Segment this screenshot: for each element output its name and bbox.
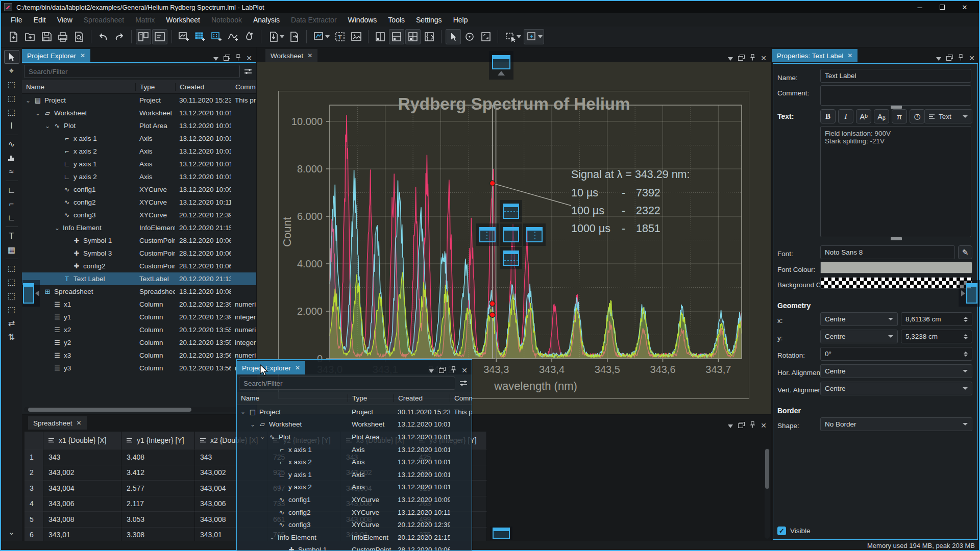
tree-row-config1[interactable]: ∿config1XYCurve13.12.2020 10:09 xyxy=(237,493,472,506)
float-dock-icon[interactable] xyxy=(946,54,953,62)
tree-row-worksheet[interactable]: ⌄▱WorksheetWorksheet13.12.2020 10:01 xyxy=(237,418,472,431)
select-arrow-active-icon[interactable] xyxy=(4,50,19,64)
row-number[interactable]: 5 xyxy=(24,512,43,528)
select-region-button[interactable] xyxy=(502,29,523,44)
tab-list-chevron-icon[interactable] xyxy=(213,54,218,62)
shift-v-icon[interactable]: ⇅ xyxy=(4,330,19,344)
float-dock-icon[interactable] xyxy=(738,421,745,430)
tree-row-symbol-3[interactable]: ✚Symbol 3CustomPoint28.12.2020 10:06 xyxy=(22,247,256,260)
font-colour-swatch[interactable] xyxy=(820,262,972,273)
x-position-spinbox[interactable]: 8,61136 cm xyxy=(901,312,972,326)
toggle-project-explorer-button[interactable] xyxy=(136,29,151,44)
add-image-button[interactable] xyxy=(349,29,364,44)
spreadsheet-cell[interactable]: 3.412 xyxy=(121,465,195,481)
close-dock-icon[interactable]: ✕ xyxy=(246,54,252,62)
shift-h-icon[interactable]: ⇄ xyxy=(4,316,19,330)
print-button[interactable] xyxy=(55,29,70,44)
vertical-scrollbar[interactable] xyxy=(765,448,770,539)
add-text-button[interactable]: T xyxy=(332,29,348,44)
ibeam-icon[interactable]: I xyxy=(4,119,19,133)
y-position-spinbox[interactable]: 5,3238 cm xyxy=(901,330,972,343)
new-spreadsheet-button[interactable] xyxy=(192,29,208,44)
toolstrip-overflow-chevron-icon[interactable]: ⌄ xyxy=(8,528,15,537)
new-matrix-button[interactable] xyxy=(209,29,224,44)
layout-vertical-button[interactable] xyxy=(373,29,388,44)
crosshair-icon[interactable]: ⌖ xyxy=(4,64,19,78)
tree-row-text-label[interactable]: TText LabelTextLabel20.12.2020 21:13 xyxy=(22,272,256,285)
column-header-name[interactable]: Name xyxy=(237,394,348,402)
format-italic-button[interactable]: I xyxy=(838,109,853,123)
minimize-button[interactable]: ─ xyxy=(909,2,931,13)
dash-box-1-icon[interactable]: ⬚ xyxy=(4,261,19,275)
tab-list-chevron-icon[interactable] xyxy=(429,366,434,374)
close-dock-icon[interactable]: ✕ xyxy=(969,54,975,62)
pin-dock-icon[interactable] xyxy=(750,421,755,430)
comment-field[interactable] xyxy=(820,85,971,106)
dash-box-3-icon[interactable]: ⬚ xyxy=(4,289,19,303)
float-dock-icon[interactable] xyxy=(738,54,745,62)
tree-row-x1[interactable]: ☰x1Column20.12.2020 12:39numerical xyxy=(22,298,256,311)
tree-row-x-axis-2[interactable]: ⌐x axis 2Axis13.12.2020 10:01 xyxy=(22,145,256,158)
crosshair-mode-button[interactable] xyxy=(462,29,477,44)
tree-row-worksheet[interactable]: ⌄▱WorksheetWorksheet13.12.2020 10:01 xyxy=(22,107,256,119)
tree-row-x2[interactable]: ☰x2Column20.12.2020 13:55numerical xyxy=(22,323,256,336)
histogram-icon[interactable] xyxy=(4,151,19,165)
tree-row-config2[interactable]: ∿config2XYCurve13.12.2020 10:11 xyxy=(22,196,256,209)
menu-worksheet[interactable]: Worksheet xyxy=(160,14,206,26)
toggle-properties-button[interactable] xyxy=(152,29,167,44)
tree-row-project[interactable]: ⌄▤ProjectProject30.11.2020 15:23This pro… xyxy=(22,94,256,107)
splitter-grip[interactable] xyxy=(891,237,902,240)
tab-close-icon[interactable]: ✕ xyxy=(847,52,852,59)
axis-bottom-icon[interactable]: ⌐ xyxy=(4,197,19,211)
tab-worksheet[interactable]: Worksheet ✕ xyxy=(265,49,317,62)
row-number[interactable]: 4 xyxy=(24,496,43,512)
tree-row-y-axis-1[interactable]: ∟y axis 1Axis13.12.2020 10:01 xyxy=(237,468,472,481)
format-subscript-button[interactable]: Aᵦ xyxy=(874,109,889,123)
floating-project-explorer[interactable]: Project Explorer ✕ ✕ Search/Filter NameT… xyxy=(236,359,472,551)
close-dock-icon[interactable]: ✕ xyxy=(461,366,468,374)
new-datapicker-button[interactable] xyxy=(241,29,257,44)
tree-row-x-axis-2[interactable]: ⌐x axis 2Axis13.12.2020 10:01 xyxy=(237,456,472,468)
tree-row-spreadsheet[interactable]: ⌄⊞SpreadsheetSpreadsheet13.12.2020 10:08 xyxy=(22,285,256,298)
add-plot-button[interactable] xyxy=(311,29,331,44)
filter-options-icon[interactable] xyxy=(457,377,470,390)
menu-view[interactable]: View xyxy=(52,14,78,26)
spreadsheet-cell[interactable]: 343 xyxy=(43,449,121,465)
vert-alignment-dropdown[interactable]: Centre xyxy=(820,382,972,395)
pointer-mode-button[interactable] xyxy=(446,29,461,44)
pin-dock-icon[interactable] xyxy=(958,54,964,62)
zoom-box-icon[interactable]: ⬚ xyxy=(4,78,19,91)
tree-row-config2[interactable]: ∿config2XYCurve13.12.2020 10:11 xyxy=(237,506,472,519)
expander-chevron-icon[interactable]: ⌄ xyxy=(35,110,41,117)
menu-edit[interactable]: Edit xyxy=(28,14,52,26)
fourier-icon[interactable]: ≈ xyxy=(4,165,19,179)
spreadsheet-cell[interactable]: 343,006 xyxy=(43,496,121,512)
spreadsheet-cell[interactable]: 2.117 xyxy=(121,496,195,512)
pin-dock-icon[interactable] xyxy=(235,54,241,62)
column-header-comment[interactable]: Comment xyxy=(231,83,256,91)
font-edit-button[interactable]: ✎ xyxy=(958,245,972,259)
export-button[interactable] xyxy=(287,29,302,44)
spreadsheet-cell[interactable]: 343,002 xyxy=(43,465,121,481)
tree-row-y3[interactable]: ☰y3Column20.12.2020 13:56integer da xyxy=(22,362,256,374)
spreadsheet-cell[interactable]: 2.577 xyxy=(121,481,195,496)
menu-help[interactable]: Help xyxy=(448,14,474,26)
undo-button[interactable] xyxy=(95,29,111,44)
open-project-button[interactable] xyxy=(22,29,38,44)
redo-button[interactable] xyxy=(112,29,127,44)
spreadsheet-cell[interactable]: 343,004 xyxy=(43,481,121,496)
tab-close-icon[interactable]: ✕ xyxy=(295,364,300,371)
close-dock-icon[interactable]: ✕ xyxy=(761,421,767,430)
format-bold-button[interactable]: B xyxy=(820,109,836,123)
search-input[interactable]: Search/Filter xyxy=(239,377,455,390)
tree-row-y2[interactable]: ☰y2Column20.12.2020 13:55integer da xyxy=(22,336,256,349)
tab-project-explorer[interactable]: Project Explorer ✕ xyxy=(22,49,90,62)
float-dock-icon[interactable] xyxy=(439,366,446,374)
expander-chevron-icon[interactable]: ⌄ xyxy=(240,408,246,415)
format-superscript-button[interactable]: Aᵇ xyxy=(856,109,871,123)
tree-row-info-element[interactable]: ⌄Info ElementInfoElement20.12.2020 21:15 xyxy=(237,531,472,544)
expander-chevron-icon[interactable]: ⌄ xyxy=(25,97,31,104)
spreadsheet-cell[interactable]: 3.408 xyxy=(121,449,195,465)
tab-project-explorer-floating[interactable]: Project Explorer ✕ xyxy=(237,361,305,374)
rotation-spinbox[interactable]: 0° xyxy=(820,347,972,361)
